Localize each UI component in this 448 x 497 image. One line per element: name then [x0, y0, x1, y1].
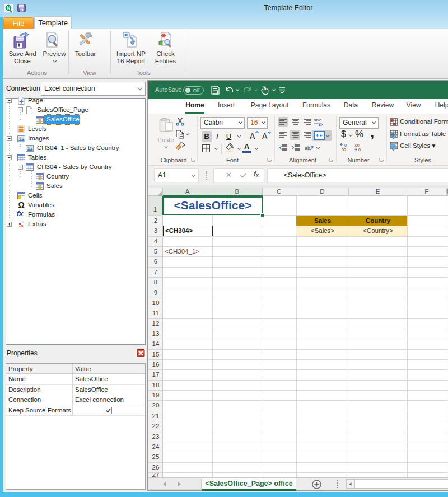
svg-text:A: A	[262, 132, 268, 140]
svg-text:c: c	[319, 118, 321, 123]
svg-text:0: 0	[344, 143, 347, 147]
svg-text:ab: ab	[314, 118, 319, 123]
svg-text:.00: .00	[340, 148, 346, 152]
svg-text:ab: ab	[305, 146, 310, 151]
svg-text:N: N	[7, 5, 10, 11]
svg-text:0: 0	[358, 148, 361, 152]
svg-text:A: A	[250, 132, 255, 140]
svg-text:.00: .00	[354, 143, 360, 147]
